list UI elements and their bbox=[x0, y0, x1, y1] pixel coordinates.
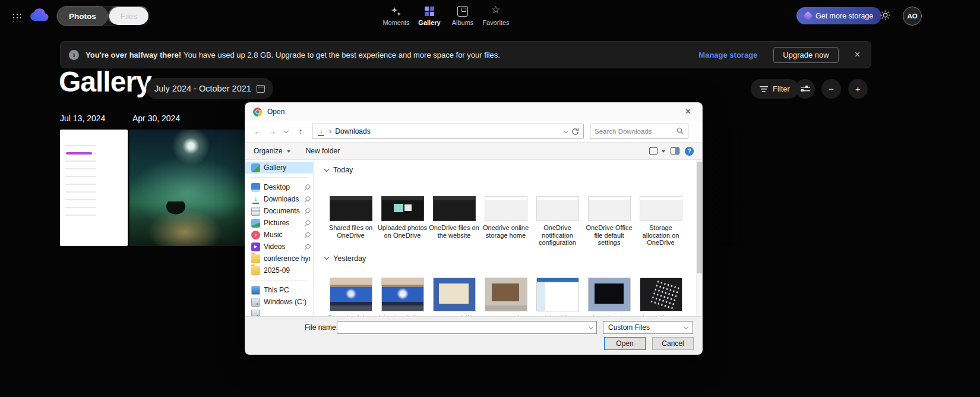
manage-storage-link[interactable]: Manage storage bbox=[698, 51, 757, 59]
sidebar-item[interactable]: Gallery bbox=[245, 162, 313, 174]
help-icon: ? bbox=[685, 147, 694, 156]
file-name-label: Uploaded photos on OneDrive bbox=[377, 224, 428, 239]
organize-button[interactable]: Organize bbox=[254, 147, 290, 155]
sidebar-item[interactable]: Desktop bbox=[245, 181, 313, 193]
file-name-label: OneDrive notification configuration bbox=[532, 224, 583, 247]
date-range-picker[interactable]: July 2024 - October 2021 bbox=[146, 78, 273, 99]
scrollbar-track[interactable] bbox=[696, 160, 702, 316]
file-tile[interactable]: Shared files on OneDrive bbox=[325, 196, 377, 247]
file-thumbnail bbox=[381, 196, 424, 221]
sidebar-item-icon bbox=[251, 310, 260, 317]
collapse-chevron-icon bbox=[324, 166, 329, 171]
sidebar-item[interactable]: Windows (C:) bbox=[245, 296, 313, 308]
sidebar-item-icon bbox=[251, 207, 260, 216]
dialog-close-icon[interactable]: × bbox=[682, 106, 694, 118]
recent-locations-dropdown[interactable] bbox=[279, 124, 293, 138]
top-navigation: Moments Gallery Albums Favorites bbox=[381, 4, 511, 26]
sidebar-item[interactable]: Documents bbox=[245, 205, 313, 217]
upgrade-now-button[interactable]: Upgrade now bbox=[773, 47, 838, 63]
nav-item-icon bbox=[424, 6, 435, 17]
sidebar-item-icon bbox=[251, 242, 260, 251]
nav-item[interactable]: Albums bbox=[447, 4, 478, 26]
change-view-button[interactable] bbox=[649, 147, 665, 155]
toggle-photos-button[interactable]: Photos bbox=[57, 6, 108, 26]
file-tile[interactable]: invanish vpn bbox=[635, 278, 687, 316]
toggle-files-button[interactable]: Files bbox=[108, 6, 150, 26]
file-tile[interactable]: unnamed bbox=[480, 278, 532, 316]
sidebar-item[interactable]: conference hymn bbox=[245, 253, 313, 264]
scrollbar-thumb[interactable] bbox=[697, 162, 702, 273]
file-list-area: Today Shared files on OneDrive Uploaded … bbox=[314, 160, 702, 316]
sidebar-item[interactable]: This PC bbox=[245, 284, 313, 296]
file-tile[interactable]: Free cloud data bbox=[325, 278, 377, 316]
file-tile[interactable]: using-winget-on bbox=[583, 278, 635, 316]
back-button[interactable]: ← bbox=[251, 124, 265, 138]
preview-pane-button[interactable] bbox=[671, 147, 679, 155]
file-tile[interactable]: OneDrive Office file default settings bbox=[583, 196, 635, 247]
search-input[interactable] bbox=[595, 128, 676, 135]
file-tile[interactable]: nextcloud-home bbox=[532, 278, 583, 316]
file-tile[interactable]: Storage allocation on OneDrive bbox=[635, 196, 687, 247]
file-tile[interactable]: Uploaded photos on OneDrive bbox=[377, 196, 428, 247]
sidebar-item-icon bbox=[251, 163, 260, 172]
sidebar-item-partial[interactable] bbox=[245, 308, 313, 316]
settings-gear-button[interactable] bbox=[880, 10, 891, 23]
file-name-label: Storage allocation on OneDrive bbox=[636, 224, 686, 247]
file-thumbnail bbox=[536, 278, 579, 311]
address-bar[interactable]: › Downloads bbox=[312, 124, 584, 139]
sidebar-item[interactable]: Downloads bbox=[245, 193, 313, 205]
forward-button[interactable]: → bbox=[265, 124, 279, 138]
search-icon[interactable] bbox=[676, 127, 684, 136]
onedrive-logo-icon[interactable] bbox=[29, 8, 50, 26]
nav-item-label: Favorites bbox=[482, 19, 509, 26]
page-title: Gallery bbox=[59, 65, 151, 98]
dialog-footer: File name: Custom Files Open Cancel bbox=[245, 316, 702, 354]
zoom-out-button[interactable]: − bbox=[821, 79, 841, 99]
date-range-label: July 2024 - October 2021 bbox=[154, 84, 251, 93]
address-dropdown-icon[interactable] bbox=[564, 128, 568, 133]
help-button[interactable]: ? bbox=[685, 147, 694, 156]
group-header-yesterday[interactable]: Yesterday bbox=[325, 253, 695, 264]
file-tile[interactable]: icloud-website-o bbox=[377, 278, 428, 316]
nav-item[interactable]: Favorites bbox=[480, 4, 511, 26]
dialog-title: Open bbox=[267, 108, 284, 116]
file-thumbnail bbox=[330, 278, 372, 311]
get-more-storage-button[interactable]: Get more storage bbox=[796, 7, 881, 24]
group-label: Yesterday bbox=[333, 254, 366, 263]
nav-item[interactable]: Gallery bbox=[414, 4, 445, 26]
banner-close-icon[interactable]: × bbox=[855, 50, 860, 59]
new-folder-button[interactable]: New folder bbox=[306, 147, 340, 155]
nav-item-label: Gallery bbox=[418, 19, 440, 26]
file-tile[interactable]: OneDrive notification configuration bbox=[532, 196, 583, 247]
up-button[interactable]: ↑ bbox=[293, 124, 308, 138]
sidebar-item[interactable]: 2025-09 bbox=[245, 264, 313, 276]
app-launcher-button[interactable] bbox=[10, 10, 23, 23]
refresh-icon[interactable] bbox=[571, 128, 579, 136]
file-thumbnail bbox=[588, 196, 631, 221]
new-folder-label: New folder bbox=[306, 147, 340, 155]
file-thumbnail bbox=[485, 278, 527, 311]
sidebar-separator bbox=[250, 177, 308, 178]
gallery-photo-fantasy-art[interactable] bbox=[129, 130, 245, 246]
sidebar-item[interactable]: Music bbox=[245, 229, 313, 241]
breadcrumb[interactable]: Downloads bbox=[335, 127, 370, 136]
zoom-in-button[interactable]: + bbox=[848, 79, 868, 99]
filter-button[interactable]: Filter bbox=[751, 79, 799, 99]
banner-text: You're over halfway there!You have used … bbox=[86, 51, 500, 59]
file-type-select[interactable]: Custom Files bbox=[603, 321, 693, 334]
view-settings-button[interactable] bbox=[795, 79, 815, 99]
file-tile[interactable]: OneDrive files on the website bbox=[428, 196, 480, 247]
gallery-photo-chat-screenshot[interactable] bbox=[60, 130, 128, 246]
account-avatar[interactable]: AO bbox=[903, 7, 922, 26]
file-name-dropdown-icon[interactable] bbox=[586, 322, 596, 333]
collapse-chevron-icon bbox=[324, 255, 329, 260]
open-button[interactable]: Open bbox=[604, 337, 646, 350]
cancel-button[interactable]: Cancel bbox=[652, 337, 694, 350]
group-header-today[interactable]: Today bbox=[325, 164, 695, 176]
file-tile[interactable]: Onedrive online storage home bbox=[480, 196, 532, 247]
sidebar-item[interactable]: Pictures bbox=[245, 217, 313, 229]
sidebar-item[interactable]: Videos bbox=[245, 241, 313, 253]
file-name-input[interactable] bbox=[337, 322, 586, 333]
nav-item[interactable]: Moments bbox=[381, 4, 412, 26]
file-tile[interactable]: unnamed (1) bbox=[428, 278, 480, 316]
